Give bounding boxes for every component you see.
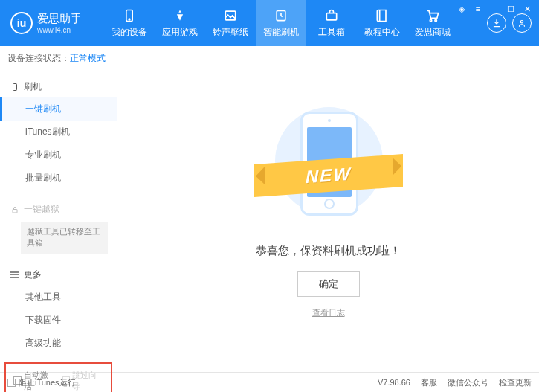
skin-icon[interactable]: ◈: [456, 3, 468, 15]
nav-apps[interactable]: 应用游戏: [155, 0, 205, 46]
footer-wechat[interactable]: 微信公众号: [448, 377, 488, 388]
sidebar-item-firmware[interactable]: 下载固件: [0, 309, 117, 332]
menu-icon[interactable]: ≡: [472, 3, 484, 15]
app-url: www.i4.cn: [37, 26, 82, 34]
title-bar: ◈ ≡ ― ☐ ✕ iu 爱思助手 www.i4.cn 我的设备 应用游戏 铃声…: [0, 0, 539, 46]
download-button[interactable]: [487, 13, 506, 33]
image-icon: [223, 8, 238, 23]
nav-tutorials[interactable]: 教程中心: [357, 0, 407, 46]
user-icon: [517, 18, 527, 28]
jailbreak-note[interactable]: 越狱工具已转移至工具箱: [21, 222, 108, 254]
logo: iu 爱思助手 www.i4.cn: [0, 0, 104, 46]
footer-support[interactable]: 客服: [421, 377, 437, 388]
main-content: NEW 恭喜您，保资料刷机成功啦！ 确定 查看日志: [117, 46, 539, 372]
nav-ringtones[interactable]: 铃声壁纸: [205, 0, 256, 46]
sidebar-item-itunes[interactable]: iTunes刷机: [0, 121, 117, 144]
svg-point-6: [435, 19, 437, 21]
checkbox-block-itunes[interactable]: 阻止iTunes运行: [7, 377, 76, 388]
svg-point-7: [520, 21, 523, 24]
close-icon[interactable]: ✕: [521, 3, 533, 15]
flash-icon: [274, 8, 288, 23]
svg-rect-4: [326, 13, 336, 19]
window-controls: ◈ ≡ ― ☐ ✕: [456, 3, 533, 15]
sidebar-item-oneclick[interactable]: 一键刷机: [0, 97, 117, 121]
section-more[interactable]: 更多: [0, 264, 117, 286]
success-illustration: NEW: [254, 100, 403, 234]
nav-store[interactable]: 爱思商城: [407, 0, 458, 46]
book-icon: [375, 8, 390, 23]
success-message: 恭喜您，保资料刷机成功啦！: [256, 244, 401, 258]
lock-icon: [10, 205, 19, 214]
sidebar-item-pro[interactable]: 专业刷机: [0, 144, 117, 167]
app-name: 爱思助手: [37, 12, 82, 26]
ok-button[interactable]: 确定: [297, 271, 360, 297]
svg-point-1: [129, 19, 130, 20]
download-icon: [491, 18, 502, 28]
cart-icon: [425, 8, 440, 23]
view-log-link[interactable]: 查看日志: [312, 307, 345, 318]
svg-rect-9: [13, 209, 17, 213]
footer-update[interactable]: 检查更新: [499, 377, 532, 388]
apps-icon: [172, 8, 187, 23]
svg-rect-8: [13, 83, 17, 90]
phone-icon: [122, 8, 137, 23]
connection-status: 设备连接状态：正常模式: [0, 46, 117, 71]
section-flash[interactable]: 刷机: [0, 76, 117, 97]
svg-point-5: [430, 19, 432, 21]
status-mode: 正常模式: [70, 53, 106, 63]
sidebar-item-othertools[interactable]: 其他工具: [0, 286, 117, 309]
nav-toolbox[interactable]: 工具箱: [306, 0, 357, 46]
main-nav: 我的设备 应用游戏 铃声壁纸 智能刷机 工具箱 教程中心 爱思商城: [104, 0, 480, 46]
sidebar-item-batch[interactable]: 批量刷机: [0, 167, 117, 190]
device-icon: [10, 83, 19, 91]
user-button[interactable]: [512, 13, 532, 33]
menu-lines-icon: [10, 270, 19, 280]
sidebar-item-advanced[interactable]: 高级功能: [0, 332, 117, 355]
version-label: V7.98.66: [378, 378, 410, 387]
section-jailbreak: 一键越狱: [0, 199, 117, 220]
nav-my-device[interactable]: 我的设备: [104, 0, 155, 46]
sidebar: 设备连接状态：正常模式 刷机 一键刷机 iTunes刷机 专业刷机 批量刷机 一…: [0, 46, 117, 372]
nav-flash[interactable]: 智能刷机: [256, 0, 306, 46]
minimize-icon[interactable]: ―: [488, 3, 500, 15]
toolbox-icon: [324, 8, 339, 23]
maximize-icon[interactable]: ☐: [505, 3, 517, 15]
logo-icon: iu: [10, 12, 33, 34]
